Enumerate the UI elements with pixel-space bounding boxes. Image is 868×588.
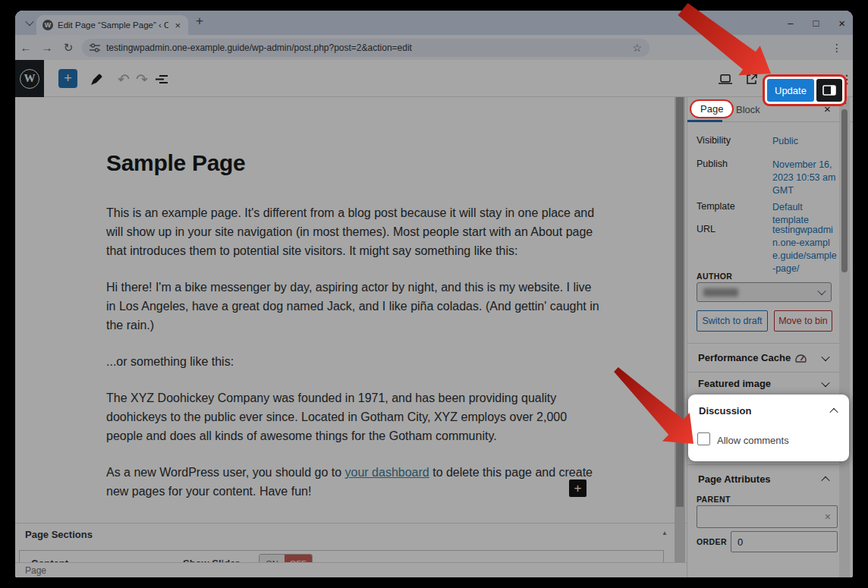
document: Sample Page This is an example page. It'… bbox=[106, 150, 601, 518]
page-attributes-label: Page Attributes bbox=[698, 473, 771, 485]
site-settings-icon bbox=[90, 43, 100, 52]
page-title[interactable]: Sample Page bbox=[106, 150, 601, 176]
redo-icon: ↷ bbox=[134, 71, 150, 87]
parent-input[interactable]: × bbox=[697, 505, 838, 528]
featured-image-label: Featured image bbox=[698, 378, 771, 389]
block-inserter-button[interactable]: + bbox=[58, 69, 77, 88]
paragraph-1[interactable]: This is an example page. It's different … bbox=[106, 203, 601, 260]
discussion-label: Discussion bbox=[699, 405, 751, 417]
author-value-blurred bbox=[703, 288, 738, 297]
allow-comments-checkbox[interactable] bbox=[697, 432, 710, 445]
move-to-bin-button[interactable]: Move to bin bbox=[774, 310, 832, 332]
screenshot-frame: W Edit Page “Sample Page” ‹ Cop × + – □ … bbox=[0, 0, 868, 588]
url-row: URL testingwpadmin.one-example.guide/sam… bbox=[697, 224, 838, 275]
collapse-triangle-icon[interactable]: ▲ bbox=[662, 530, 668, 536]
forward-button[interactable]: → bbox=[36, 41, 58, 54]
paragraph-2[interactable]: Hi there! I'm a bike messenger by day, a… bbox=[106, 278, 601, 335]
url-value[interactable]: testingwpadmin.one-example.guide/sample-… bbox=[772, 224, 838, 275]
publish-label: Publish bbox=[697, 159, 772, 197]
performance-cache-panel[interactable]: Performance Cache bbox=[687, 343, 839, 372]
page-sections-panel-header[interactable]: Page Sections ▲ bbox=[15, 524, 687, 545]
view-page-external-icon[interactable] bbox=[743, 71, 760, 87]
tab-search-button[interactable] bbox=[21, 16, 38, 30]
order-input[interactable] bbox=[731, 531, 838, 552]
author-select[interactable] bbox=[697, 282, 832, 302]
page-attributes-panel[interactable]: Page Attributes bbox=[687, 464, 839, 493]
allow-comments-label: Allow comments bbox=[717, 435, 789, 446]
dashboard-link[interactable]: your dashboard bbox=[345, 466, 429, 479]
paragraph-3[interactable]: ...or something like this: bbox=[106, 352, 601, 371]
maximize-button[interactable]: □ bbox=[813, 17, 819, 29]
chevron-down-icon bbox=[821, 378, 829, 386]
parent-label: PARENT bbox=[697, 495, 731, 504]
tab-block[interactable]: Block bbox=[736, 104, 760, 115]
add-block-button[interactable]: + bbox=[569, 480, 587, 497]
browser-titlebar: W Edit Page “Sample Page” ‹ Cop × + – □ … bbox=[15, 11, 853, 35]
switch-to-draft-button[interactable]: Switch to draft bbox=[697, 310, 768, 332]
chevron-up-icon bbox=[821, 476, 829, 484]
editor-footer-breadcrumb: Page bbox=[15, 562, 687, 577]
discussion-panel-header[interactable]: Discussion bbox=[699, 405, 837, 417]
settings-sidebar: Page Block × Visibility Public Publish N… bbox=[687, 97, 853, 577]
update-highlight-annotation: Update bbox=[763, 74, 847, 106]
preview-device-icon[interactable] bbox=[717, 71, 734, 87]
new-tab-button[interactable]: + bbox=[196, 14, 203, 29]
template-label: Template bbox=[697, 201, 772, 227]
wordpress-favicon-icon: W bbox=[42, 20, 53, 30]
template-row: Template Default template bbox=[697, 201, 838, 227]
edit-mode-pencil-icon[interactable] bbox=[88, 71, 105, 87]
discussion-highlight-card: Discussion Allow comments bbox=[688, 395, 849, 461]
visibility-label: Visibility bbox=[697, 135, 772, 148]
paragraph-5-text: As a new WordPress user, you should go t… bbox=[106, 466, 345, 479]
chevron-down-icon bbox=[25, 17, 33, 26]
editor-toolbar: W + ↶ ↷ Update bbox=[15, 60, 853, 97]
publish-value[interactable]: November 16, 2023 10:53 am GMT bbox=[772, 159, 838, 197]
browser-window: W Edit Page “Sample Page” ‹ Cop × + – □ … bbox=[15, 11, 853, 577]
settings-sidebar-toggle-button[interactable] bbox=[816, 79, 842, 102]
tab-page[interactable]: Page bbox=[690, 99, 734, 118]
browser-tab[interactable]: W Edit Page “Sample Page” ‹ Cop × bbox=[36, 15, 188, 35]
breadcrumb[interactable]: Page bbox=[25, 565, 46, 576]
sidebar-scrollbar-thumb[interactable] bbox=[841, 109, 848, 272]
featured-image-panel[interactable]: Featured image bbox=[687, 372, 839, 395]
tab-title: Edit Page “Sample Page” ‹ Cop bbox=[58, 20, 168, 30]
address-bar[interactable]: testingwpadmin.one-example.guide/wp-admi… bbox=[82, 39, 649, 57]
editor-scrollbar[interactable] bbox=[675, 97, 685, 562]
publish-row: Publish November 16, 2023 10:53 am GMT bbox=[697, 159, 838, 197]
chevron-down-icon bbox=[821, 352, 829, 360]
sidebar-panel-icon bbox=[822, 85, 836, 96]
update-button[interactable]: Update bbox=[767, 79, 814, 102]
speedometer-icon bbox=[795, 353, 807, 363]
sidebar-scrollbar[interactable]: ▲ bbox=[839, 97, 850, 577]
undo-icon: ↶ bbox=[115, 71, 132, 87]
visibility-value[interactable]: Public bbox=[772, 135, 838, 148]
reload-button[interactable]: ↻ bbox=[58, 41, 79, 55]
url-text: testingwpadmin.one-example.guide/wp-admi… bbox=[106, 42, 626, 53]
editor-scrollbar-thumb[interactable] bbox=[676, 97, 684, 507]
editor-body: Sample Page This is an example page. It'… bbox=[15, 97, 853, 577]
paragraph-4[interactable]: The XYZ Doohickey Company was founded in… bbox=[106, 388, 601, 445]
browser-menu-icon[interactable]: ⋮ bbox=[832, 42, 842, 54]
back-button[interactable]: ← bbox=[15, 41, 36, 54]
active-tab-underline bbox=[687, 120, 722, 122]
paragraph-5[interactable]: As a new WordPress user, you should go t… bbox=[106, 463, 601, 501]
url-label: URL bbox=[697, 224, 772, 275]
bookmark-star-icon[interactable]: ☆ bbox=[632, 42, 642, 54]
window-controls: – □ × bbox=[788, 11, 845, 35]
wordpress-logo[interactable]: W bbox=[15, 60, 44, 97]
chevron-down-icon bbox=[817, 287, 826, 295]
author-label: AUTHOR bbox=[697, 272, 732, 281]
close-button[interactable]: × bbox=[838, 17, 845, 30]
order-label: ORDER bbox=[697, 537, 727, 546]
list-view-icon[interactable] bbox=[153, 71, 170, 87]
clear-icon[interactable]: × bbox=[825, 511, 831, 523]
minimize-button[interactable]: – bbox=[788, 17, 793, 29]
wordpress-w-icon: W bbox=[20, 69, 39, 89]
visibility-row: Visibility Public bbox=[697, 135, 838, 148]
chevron-up-icon bbox=[829, 407, 838, 416]
tab-close-icon[interactable]: × bbox=[173, 20, 182, 31]
page-sections-title: Page Sections bbox=[25, 529, 93, 540]
template-value[interactable]: Default template bbox=[772, 201, 838, 227]
editor-canvas[interactable]: Sample Page This is an example page. It'… bbox=[15, 97, 687, 577]
browser-navbar: ← → ↻ testingwpadmin.one-example.guide/w… bbox=[15, 35, 853, 60]
